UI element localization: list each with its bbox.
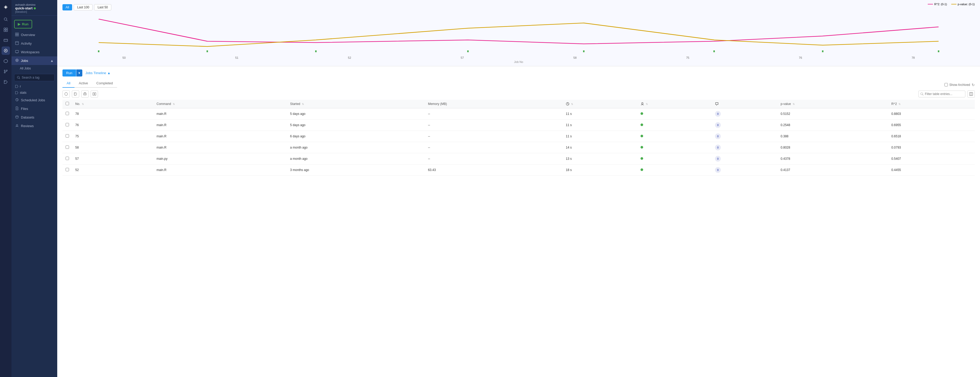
sidebar-item-all-jobs[interactable]: All Jobs [11,65,57,72]
activity-rail-icon[interactable] [2,46,10,55]
sidebar-item-datasets[interactable]: Datasets [11,113,57,122]
label-76: 76 [799,56,802,59]
cell-status [637,120,712,131]
compare-toolbar-icon[interactable] [91,90,98,98]
label-50: 50 [123,56,126,59]
run-button-group: Run ▾ [62,70,82,76]
sidebar-item-activity[interactable]: Activity [11,39,57,48]
filter-entries-input[interactable] [918,90,966,97]
tab-completed[interactable]: Completed [92,79,117,88]
svg-rect-36 [62,13,975,52]
quick-action-button[interactable]: ▶ Run [14,20,32,29]
comment-badge[interactable]: 0 [715,133,721,139]
sidebar-item-workspaces[interactable]: Workspaces [11,48,57,56]
svg-rect-16 [16,33,17,34]
th-duration: ⇅ [563,100,637,108]
th-r2: R^2 ⇅ [888,100,975,108]
status-dot [641,157,643,160]
svg-rect-3 [6,28,8,30]
main-content: All Last 100 Last 50 R^2: (0-1) p-value:… [57,0,980,377]
table-row: 58 main.R a month ago -- 14 s 0 0.8028 0… [62,142,975,153]
jobs-timeline-toggle[interactable]: Jobs Timeline ▲ [86,71,111,75]
select-all-checkbox[interactable] [65,102,69,105]
tag-item-stats[interactable]: stats [11,90,57,96]
sidebar-item-reviews[interactable]: Reviews [11,122,57,130]
tag-rail-icon[interactable] [2,78,10,86]
cell-started: a month ago [287,142,425,153]
svg-line-28 [19,78,20,79]
cell-r2: 0.5407 [888,153,975,165]
row-checkbox[interactable] [65,146,69,149]
columns-toggle-icon[interactable] [967,90,975,98]
cell-started: a month ago [287,153,425,165]
show-archived-checkbox[interactable] [945,83,948,86]
tab-all[interactable]: All [62,79,75,88]
comment-badge[interactable]: 0 [715,122,721,128]
comment-badge[interactable]: 0 [715,111,721,117]
refresh-icon[interactable]: ↻ [972,83,975,87]
tabs-row: All Active Completed Show Archived ↻ [62,79,975,90]
tag-stats-label: stats [20,91,26,95]
chart-filter-buttons: All Last 100 Last 50 [62,4,975,10]
cell-r2: 0.6518 [888,131,975,142]
row-checkbox[interactable] [65,168,69,171]
cell-duration: 13 s [563,153,637,165]
print-toolbar-icon[interactable] [81,90,89,98]
search-rail-icon[interactable] [2,15,10,24]
svg-point-12 [4,72,5,73]
comment-badge[interactable]: 0 [715,145,721,150]
sidebar-item-files[interactable]: Files [11,105,57,113]
tag-toolbar-icon[interactable] [72,90,79,98]
sidebar-item-scheduled-jobs[interactable]: Scheduled Jobs [11,96,57,105]
grid-rail-icon[interactable] [2,25,10,34]
svg-rect-48 [84,94,86,95]
package-rail-icon[interactable] [2,57,10,65]
run-button[interactable]: Run [62,70,76,76]
row-checkbox[interactable] [65,112,69,115]
svg-line-1 [6,20,7,21]
jobs-table-body: 78 main.R 5 days ago -- 11 s 0 0.5152 0.… [62,108,975,176]
cell-r2: 0.4455 [888,165,975,176]
tag-item-r[interactable]: r [11,83,57,90]
show-archived-label: Show Archived [950,83,970,87]
row-checkbox[interactable] [65,123,69,126]
filter-last50-button[interactable]: Last 50 [94,4,111,10]
cell-command: main.py [153,153,287,165]
svg-point-9 [5,50,6,51]
sidebar: avinash-domino quick-start [Ideation] ▶ … [11,0,57,377]
scheduled-jobs-label: Scheduled Jobs [21,98,45,102]
pvalue-legend: p-value: (0-1) [951,3,975,6]
cell-pvalue: 0.5152 [778,108,888,120]
svg-rect-50 [95,93,96,95]
files-icon [15,106,19,111]
th-memory: Memory (MB) [425,100,563,108]
svg-point-59 [641,103,643,104]
filter-last100-button[interactable]: Last 100 [74,4,92,10]
comment-badge[interactable]: 0 [715,167,721,173]
sidebar-item-overview[interactable]: Overview [11,30,57,39]
th-command: Command ⇅ [153,100,287,108]
r2-legend-label: R^2: (0-1) [934,3,947,6]
layers-rail-icon[interactable] [2,36,10,44]
datasets-icon [15,115,19,120]
th-comments [712,100,778,108]
tab-active[interactable]: Active [75,79,92,88]
svg-rect-53 [970,92,973,95]
comment-badge[interactable]: 0 [715,156,721,162]
run-button-caret[interactable]: ▾ [76,70,82,76]
filter-all-button[interactable]: All [62,4,72,10]
row-checkbox[interactable] [65,134,69,138]
sidebar-item-jobs[interactable]: Jobs ▲ [11,56,57,65]
cell-pvalue: 0.388 [778,131,888,142]
cell-no: 57 [72,153,153,165]
workspaces-label: Workspaces [21,50,40,54]
project-title: quick-start [15,6,54,10]
cell-status [637,142,712,153]
cell-memory: -- [425,142,563,153]
row-checkbox[interactable] [65,157,69,160]
git-rail-icon[interactable] [2,67,10,76]
svg-point-45 [65,93,68,95]
select-all-icon[interactable] [62,90,70,98]
jobs-table-container: No. ⇅ Command ⇅ Started ⇅ Memory (MB) ⇅ … [62,100,975,377]
search-tag-input[interactable]: Search a tag [14,74,55,81]
